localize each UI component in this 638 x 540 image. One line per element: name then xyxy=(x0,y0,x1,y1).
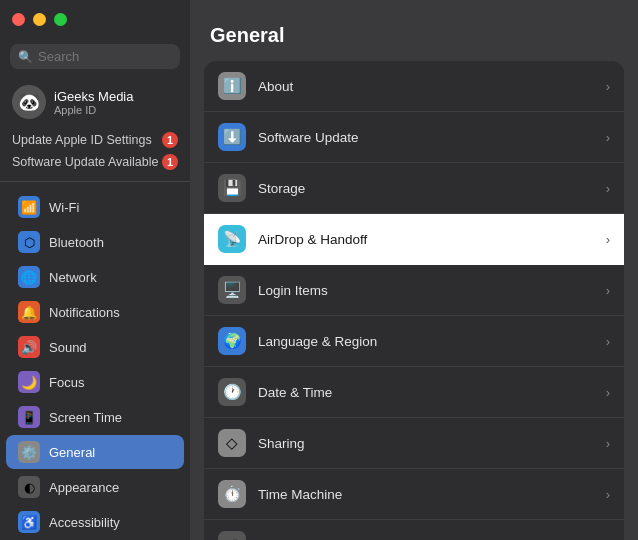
row-label-sharing: Sharing xyxy=(258,436,606,451)
user-info: iGeeks Media Apple ID xyxy=(54,89,133,116)
window-titlebar xyxy=(0,0,190,38)
row-label-date-time: Date & Time xyxy=(258,385,606,400)
row-icon-storage: 💾 xyxy=(218,174,246,202)
row-label-time-machine: Time Machine xyxy=(258,487,606,502)
sidebar-icon-sound: 🔊 xyxy=(18,336,40,358)
sidebar-icon-appearance: ◐ xyxy=(18,476,40,498)
avatar: 🐼 xyxy=(12,85,46,119)
settings-row-software-update[interactable]: ⬇️Software Update› xyxy=(204,112,624,163)
user-subtitle: Apple ID xyxy=(54,104,133,116)
settings-row-login-items[interactable]: 🖥️Login Items› xyxy=(204,265,624,316)
main-title: General xyxy=(190,14,638,61)
sidebar-item-screen-time[interactable]: 📱Screen Time xyxy=(6,400,184,434)
row-chevron-login-items: › xyxy=(606,283,610,298)
apple-id-badge: 1 xyxy=(162,132,178,148)
settings-row-storage[interactable]: 💾Storage› xyxy=(204,163,624,214)
row-label-login-items: Login Items xyxy=(258,283,606,298)
sidebar-item-label-accessibility: Accessibility xyxy=(49,515,120,530)
sidebar-item-network[interactable]: 🌐Network xyxy=(6,260,184,294)
sidebar-item-label-sound: Sound xyxy=(49,340,87,355)
sidebar-item-wi-fi[interactable]: 📶Wi-Fi xyxy=(6,190,184,224)
sidebar: 🔍 🐼 iGeeks Media Apple ID Update Apple I… xyxy=(0,0,190,540)
sidebar-icon-focus: 🌙 xyxy=(18,371,40,393)
row-icon-transfer-reset: ↺ xyxy=(218,531,246,540)
sidebar-icon-network: 🌐 xyxy=(18,266,40,288)
main-content: General ℹ️About›⬇️Software Update›💾Stora… xyxy=(190,0,638,540)
sidebar-item-label-bluetooth: Bluetooth xyxy=(49,235,104,250)
sidebar-item-label-appearance: Appearance xyxy=(49,480,119,495)
close-button[interactable] xyxy=(12,13,25,26)
row-chevron-language-region: › xyxy=(606,334,610,349)
row-icon-software-update: ⬇️ xyxy=(218,123,246,151)
row-chevron-about: › xyxy=(606,79,610,94)
settings-row-about[interactable]: ℹ️About› xyxy=(204,61,624,112)
sidebar-divider xyxy=(0,181,190,182)
row-icon-airdrop-handoff: 📡 xyxy=(218,225,246,253)
sidebar-item-appearance[interactable]: ◐Appearance xyxy=(6,470,184,504)
user-profile[interactable]: 🐼 iGeeks Media Apple ID xyxy=(0,79,190,129)
sidebar-icon-general: ⚙️ xyxy=(18,441,40,463)
sidebar-icon-accessibility: ♿ xyxy=(18,511,40,533)
sidebar-item-general[interactable]: ⚙️General xyxy=(6,435,184,469)
row-chevron-airdrop-handoff: › xyxy=(606,232,610,247)
sidebar-icon-bluetooth: ⬡ xyxy=(18,231,40,253)
row-icon-login-items: 🖥️ xyxy=(218,276,246,304)
row-icon-about: ℹ️ xyxy=(218,72,246,100)
row-label-airdrop-handoff: AirDrop & Handoff xyxy=(258,232,606,247)
row-label-language-region: Language & Region xyxy=(258,334,606,349)
search-input[interactable] xyxy=(38,49,172,64)
search-bar[interactable]: 🔍 xyxy=(10,44,180,69)
sidebar-item-notifications[interactable]: 🔔Notifications xyxy=(6,295,184,329)
sidebar-section: 📶Wi-Fi⬡Bluetooth🌐Network🔔Notifications🔊S… xyxy=(0,190,190,540)
settings-row-language-region[interactable]: 🌍Language & Region› xyxy=(204,316,624,367)
settings-row-airdrop-handoff[interactable]: 📡AirDrop & Handoff› xyxy=(204,214,624,265)
row-icon-time-machine: ⏱️ xyxy=(218,480,246,508)
sidebar-icon-screen-time: 📱 xyxy=(18,406,40,428)
sidebar-item-label-wi-fi: Wi-Fi xyxy=(49,200,79,215)
software-update-badge: 1 xyxy=(162,154,178,170)
settings-row-sharing[interactable]: ◇Sharing› xyxy=(204,418,624,469)
settings-row-transfer-reset[interactable]: ↺Transfer or Reset› xyxy=(204,520,624,540)
row-label-about: About xyxy=(258,79,606,94)
sidebar-item-bluetooth[interactable]: ⬡Bluetooth xyxy=(6,225,184,259)
row-label-software-update: Software Update xyxy=(258,130,606,145)
sidebar-item-label-network: Network xyxy=(49,270,97,285)
row-chevron-storage: › xyxy=(606,181,610,196)
row-icon-date-time: 🕐 xyxy=(218,378,246,406)
row-chevron-software-update: › xyxy=(606,130,610,145)
sidebar-item-label-focus: Focus xyxy=(49,375,84,390)
row-chevron-date-time: › xyxy=(606,385,610,400)
sidebar-item-label-notifications: Notifications xyxy=(49,305,120,320)
sidebar-item-accessibility[interactable]: ♿Accessibility xyxy=(6,505,184,539)
search-icon: 🔍 xyxy=(18,50,33,64)
sidebar-item-sound[interactable]: 🔊Sound xyxy=(6,330,184,364)
row-label-storage: Storage xyxy=(258,181,606,196)
settings-list: ℹ️About›⬇️Software Update›💾Storage›📡AirD… xyxy=(204,61,624,540)
minimize-button[interactable] xyxy=(33,13,46,26)
row-icon-sharing: ◇ xyxy=(218,429,246,457)
sidebar-item-label-general: General xyxy=(49,445,95,460)
maximize-button[interactable] xyxy=(54,13,67,26)
row-chevron-time-machine: › xyxy=(606,487,610,502)
apple-id-update-label: Update Apple ID Settings xyxy=(12,133,152,147)
row-chevron-sharing: › xyxy=(606,436,610,451)
sidebar-item-label-screen-time: Screen Time xyxy=(49,410,122,425)
apple-id-update-item[interactable]: Update Apple ID Settings 1 xyxy=(0,129,190,151)
settings-row-time-machine[interactable]: ⏱️Time Machine› xyxy=(204,469,624,520)
settings-row-date-time[interactable]: 🕐Date & Time› xyxy=(204,367,624,418)
user-name: iGeeks Media xyxy=(54,89,133,104)
sidebar-icon-wi-fi: 📶 xyxy=(18,196,40,218)
row-icon-language-region: 🌍 xyxy=(218,327,246,355)
software-update-item[interactable]: Software Update Available 1 xyxy=(0,151,190,173)
sidebar-item-focus[interactable]: 🌙Focus xyxy=(6,365,184,399)
software-update-label: Software Update Available xyxy=(12,155,158,169)
sidebar-icon-notifications: 🔔 xyxy=(18,301,40,323)
